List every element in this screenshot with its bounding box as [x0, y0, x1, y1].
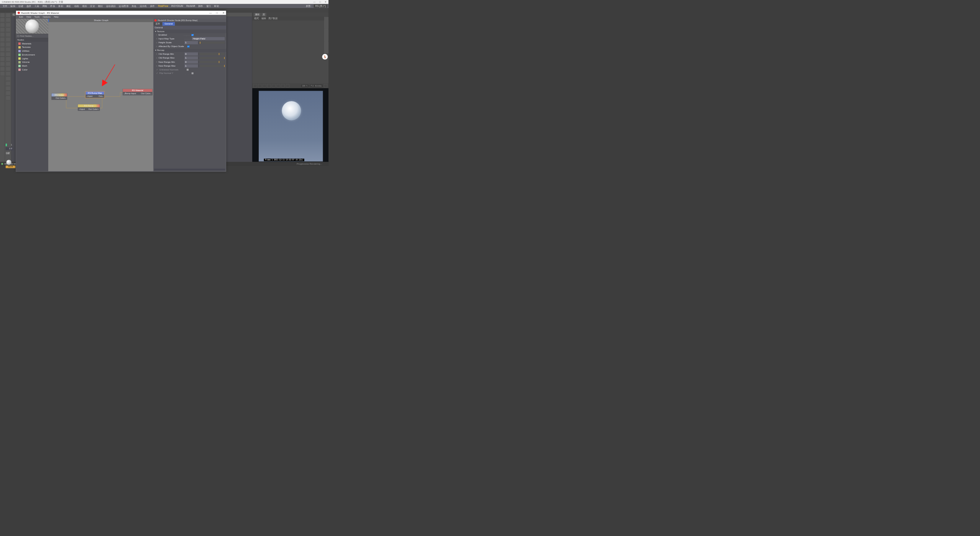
attr-sub[interactable]: 模式: [254, 17, 259, 20]
shader-props-scrollbar[interactable]: [154, 169, 225, 171]
menu-item[interactable]: Redshift: [185, 5, 196, 7]
preview-gear-icon[interactable]: [324, 84, 327, 88]
node-cat-textures[interactable]: Textures: [16, 46, 48, 49]
side-tab[interactable]: [324, 17, 328, 29]
preview-btn-circle-icon[interactable]: [268, 84, 271, 88]
tool-icon[interactable]: [0, 28, 5, 32]
layout-dropdown[interactable]: RS (用户): [314, 4, 327, 8]
attr-tab[interactable]: 层: [261, 13, 266, 16]
old-range-max-slider[interactable]: [200, 57, 225, 59]
find-nodes-input[interactable]: Find Nodes...: [16, 34, 48, 38]
tool-icon[interactable]: [6, 13, 10, 17]
tool-icon[interactable]: [0, 72, 5, 76]
preview-btn-copy-icon[interactable]: [286, 84, 289, 88]
shader-menu-item[interactable]: Tools: [33, 15, 41, 18]
window-min[interactable]: —: [313, 0, 315, 3]
preview-fit[interactable]: Fit Window: [310, 85, 323, 87]
menu-item[interactable]: 创建: [17, 4, 25, 8]
new-range-max-slider[interactable]: [200, 65, 225, 67]
node-cat-utilities[interactable]: Utilities: [16, 49, 48, 53]
menu-item[interactable]: 选择: [25, 4, 33, 8]
window-max[interactable]: □: [319, 0, 321, 3]
tool-icon[interactable]: [6, 33, 10, 37]
material-preview[interactable]: [16, 19, 48, 34]
attr-tab[interactable]: 属性: [253, 13, 261, 16]
menu-item[interactable]: 脚本: [197, 4, 205, 8]
shader-window-min[interactable]: —: [209, 11, 212, 15]
node-cat-color[interactable]: Color: [16, 68, 48, 72]
enabled-checkbox[interactable]: [191, 34, 193, 36]
node-rs-bump-map[interactable]: RS Bump Map InputOut: [85, 92, 104, 98]
node-rs-material[interactable]: RS Material Bump InputOut Color: [122, 89, 152, 95]
old-range-min-slider[interactable]: [200, 53, 225, 55]
menu-item[interactable]: 窗口: [205, 4, 213, 8]
preview-btn-snow-icon[interactable]: [263, 84, 266, 88]
menu-item[interactable]: 工具: [33, 4, 41, 8]
node-rs-ramp[interactable]: RS Ramp InputOut Color: [78, 104, 100, 111]
tool-icon[interactable]: [6, 96, 10, 100]
tool-icon[interactable]: [6, 76, 10, 80]
shader-menu-item[interactable]: View: [24, 15, 33, 18]
tool-icon[interactable]: [0, 38, 5, 42]
tool-icon[interactable]: [6, 18, 10, 22]
menu-item[interactable]: 雕刻: [96, 4, 105, 8]
height-scale-input[interactable]: 1: [185, 41, 199, 44]
side-tab[interactable]: [324, 29, 328, 41]
attr-sub[interactable]: 编辑: [261, 17, 266, 20]
preview-zoom[interactable]: 100 %: [301, 85, 308, 87]
node-cat-materials[interactable]: Materials: [16, 42, 48, 46]
tool-icon[interactable]: [6, 91, 10, 95]
menu-item[interactable]: 运动图形: [117, 4, 130, 8]
tool-icon[interactable]: [6, 23, 10, 27]
attr-sub[interactable]: 用户数据: [268, 17, 278, 20]
tool-icon[interactable]: [6, 86, 10, 90]
menu-item[interactable]: 模拟: [81, 4, 89, 8]
preview-btn-image-icon[interactable]: [277, 84, 280, 88]
new-range-min-slider[interactable]: [200, 61, 225, 63]
shader-window-max[interactable]: □: [216, 11, 218, 15]
render-view[interactable]: Frame 1 2021-12-11 13:32:57 (0.12s): [252, 88, 328, 162]
menu-item[interactable]: 样条: [49, 4, 57, 8]
old-range-max-input[interactable]: 1: [185, 56, 199, 59]
input-map-dropdown[interactable]: Height Field: [192, 37, 225, 40]
node-cat-volume[interactable]: Volume: [16, 60, 48, 64]
tool-icon[interactable]: [0, 57, 5, 61]
old-range-min-input[interactable]: 0: [185, 52, 199, 56]
tool-icon[interactable]: [0, 52, 5, 56]
tool-icon[interactable]: [0, 62, 5, 66]
tool-icon[interactable]: [0, 67, 5, 71]
menu-item[interactable]: 帮助: [212, 4, 220, 8]
shader-menu-item[interactable]: Edit: [18, 15, 24, 18]
node-cat-environment[interactable]: Environment: [16, 53, 48, 57]
node-cat-lights[interactable]: Lights: [16, 57, 48, 60]
menu-item[interactable]: 渲染: [88, 4, 96, 8]
tool-icon[interactable]: [6, 81, 10, 85]
tool-icon[interactable]: [0, 33, 5, 37]
tool-icon[interactable]: [6, 28, 10, 32]
side-tab[interactable]: [324, 41, 328, 53]
shader-menu-item[interactable]: Help: [52, 15, 60, 18]
shader-canvas[interactable]: Shader Graph RS Noise Out Color: [48, 19, 154, 171]
tool-icon[interactable]: [0, 42, 5, 46]
menu-realflow[interactable]: RealFlow: [157, 5, 170, 7]
tool-icon[interactable]: [6, 72, 10, 76]
preview-btn-grid-icon[interactable]: [258, 84, 262, 88]
menu-item[interactable]: 体积: [57, 4, 65, 8]
shader-menu-item[interactable]: Options: [41, 15, 52, 18]
tool-icon[interactable]: [6, 67, 10, 71]
tool-icon[interactable]: [0, 23, 5, 27]
tab-general[interactable]: General: [162, 22, 175, 26]
assistant-badge-icon[interactable]: 🦌: [322, 54, 328, 60]
tool-icon[interactable]: [6, 62, 10, 66]
menu-item[interactable]: INSYDIUM: [170, 5, 185, 7]
node-rs-noise[interactable]: RS Noise Out Color: [51, 93, 67, 100]
tool-icon[interactable]: [0, 47, 5, 51]
shader-window-close[interactable]: ✕: [222, 11, 225, 15]
affected-checkbox[interactable]: [187, 46, 189, 47]
menu-item[interactable]: 运动跟踪: [105, 4, 118, 8]
tool-icon[interactable]: [0, 18, 5, 22]
menu-item[interactable]: 网格: [41, 4, 49, 8]
menu-item[interactable]: 流水线: [138, 4, 149, 8]
tool-icon[interactable]: [0, 13, 5, 17]
tool-icon[interactable]: [6, 38, 10, 42]
